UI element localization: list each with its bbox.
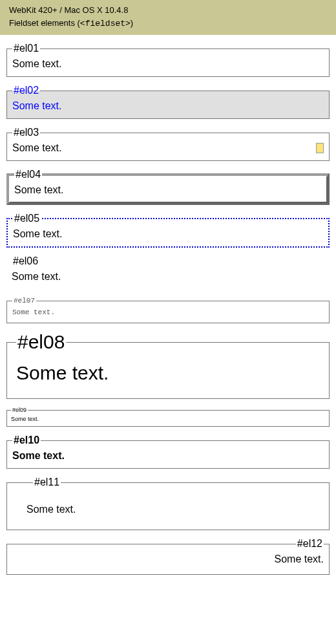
text-el03: Some text. — [12, 142, 61, 154]
fieldset-el01: #el01 Some text. — [6, 43, 330, 77]
text-el11: Some text. — [26, 492, 324, 515]
legend-el02: #el02 — [12, 85, 40, 96]
fieldset-el11: #el11 Some text. — [6, 477, 330, 530]
legend-el01: #el01 — [12, 43, 40, 54]
legend-el06: #el06 — [12, 255, 39, 267]
page-header: WebKit 420+ / Mac OS X 10.4.8 Fieldset e… — [0, 0, 336, 35]
header-line-2-suffix: ) — [131, 18, 133, 28]
legend-el04: #el04 — [14, 169, 42, 180]
fieldset-el03: #el03 Some text. — [6, 127, 330, 161]
content-area: #el01 Some text. #el02 Some text. #el03 … — [0, 43, 336, 588]
legend-el05: #el05 — [13, 213, 41, 224]
fieldset-el10: #el10 Some text. — [6, 435, 330, 469]
legend-el07: #el07 — [12, 297, 36, 305]
fieldset-el09: #el09 Some text. — [6, 407, 330, 427]
fieldset-el02: #el02 Some text. — [6, 85, 330, 119]
legend-el12: #el12 — [296, 538, 324, 550]
text-el02: Some text. — [12, 100, 324, 112]
text-el10: Some text. — [12, 450, 324, 462]
fieldset-el04: #el04 Some text. — [6, 169, 330, 205]
fieldset-el08: #el08 Some text. — [6, 331, 330, 399]
text-el09: Some text. — [11, 416, 325, 422]
header-line-2-prefix: Fieldset elements ( — [9, 18, 80, 28]
text-el07: Some text. — [12, 308, 324, 316]
fieldset-el05: #el05 Some text. — [6, 213, 330, 248]
legend-el09: #el09 — [11, 407, 28, 413]
text-el06: Some text. — [12, 271, 324, 283]
fieldset-el12: #el12 Some text. — [6, 538, 330, 575]
fieldset-el06: #el06 Some text. — [6, 255, 330, 289]
text-el01: Some text. — [12, 58, 324, 70]
text-el08: Some text. — [16, 362, 321, 384]
legend-el10: #el10 — [12, 435, 41, 446]
mini-input-icon[interactable] — [316, 143, 324, 153]
legend-el08: #el08 — [16, 331, 66, 353]
text-el05: Some text. — [13, 228, 323, 240]
fieldset-el07: #el07 Some text. — [6, 297, 330, 323]
header-line-2: Fieldset elements (<fieldset>) — [9, 17, 327, 30]
legend-el11: #el11 — [33, 477, 61, 488]
text-el12: Some text. — [12, 553, 324, 565]
legend-el03: #el03 — [12, 127, 40, 138]
header-line-1: WebKit 420+ / Mac OS X 10.4.8 — [9, 4, 327, 17]
header-line-2-code: <fieldset> — [80, 19, 131, 28]
text-el04: Some text. — [14, 184, 322, 196]
